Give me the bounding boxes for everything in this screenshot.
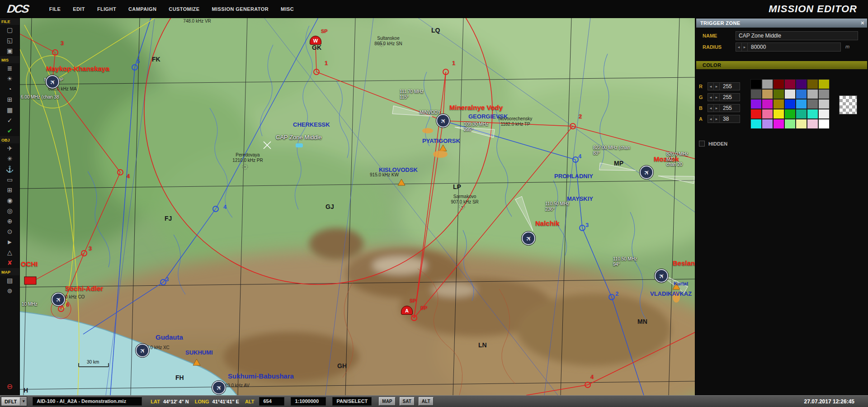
map-scale[interactable]: 1:1000000 [291,397,326,406]
validate-icon[interactable]: ✔ [0,126,19,136]
airport-icon-mozdok[interactable]: ✈ [640,166,653,179]
palette-swatch[interactable] [796,89,807,99]
palette-swatch[interactable] [807,89,818,99]
options-icon[interactable]: ⊞ [0,95,19,105]
palette-swatch[interactable] [818,119,830,129]
palette-swatch[interactable] [818,89,830,99]
stepper-decrement-icon[interactable]: ◂ [708,82,714,90]
palette-swatch[interactable] [762,109,773,119]
open-mission-icon[interactable]: ◱ [0,35,19,46]
save-mission-icon[interactable]: ▣ [0,46,19,56]
layer-button-alt[interactable]: ALT [419,397,434,406]
palette-swatch[interactable] [796,119,807,129]
airplane-group-icon[interactable]: ✈ [0,143,19,154]
close-icon[interactable]: × [861,19,864,28]
waypoint-marker[interactable] [58,306,64,312]
stepper-decrement-icon[interactable]: ◂ [736,43,742,51]
zone-name-input[interactable] [736,31,858,40]
farp-icon[interactable]: ⊙ [0,227,19,237]
palette-swatch[interactable] [818,109,830,119]
airport-icon-beslan[interactable]: ✈ [655,269,668,283]
waypoint-marker[interactable] [443,69,449,75]
erase-route-icon[interactable]: ⊖ [0,381,19,392]
menu-edit[interactable]: EDIT [73,6,85,12]
delete-icon[interactable]: ✘ [0,258,19,268]
airport-icon-nalchik[interactable]: ✈ [522,232,535,245]
stepper-increment-icon[interactable]: ▸ [714,93,720,101]
hidden-checkbox[interactable] [699,141,705,147]
waypoint-marker[interactable] [411,315,417,321]
palette-swatch[interactable] [773,89,784,99]
channel-stepper[interactable]: ◂▸255 [708,93,740,101]
palette-swatch[interactable] [773,119,784,129]
map-layer-icon[interactable]: ▤ [0,275,19,286]
palette-swatch[interactable] [762,99,773,109]
channel-stepper[interactable]: ◂▸255 [708,82,740,90]
palette-swatch[interactable] [807,119,818,129]
menu-customize[interactable]: CUSTOMIZE [169,6,199,12]
menu-misc[interactable]: MISC [281,6,294,12]
menu-campaign[interactable]: CAMPAIGN [128,6,156,12]
map-canvas[interactable]: Maykop-KhanskayaOCHISochi-AdlerMineralny… [20,18,695,395]
airport-icon-sochi-adler[interactable]: ✈ [52,293,65,306]
palette-swatch[interactable] [784,99,796,109]
time-icon[interactable]: ◔ [0,84,19,95]
stepper-decrement-icon[interactable]: ◂ [708,93,714,101]
waypoint-marker[interactable] [585,382,591,388]
stepper-increment-icon[interactable]: ▸ [714,82,720,90]
menu-file[interactable]: FILE [49,6,61,12]
mouse-mode[interactable]: PAN/SELECT [332,397,372,406]
vehicle-group-icon[interactable]: ▭ [0,175,19,185]
route-icon[interactable]: ► [0,237,19,247]
menu-mission-generator[interactable]: MISSION GENERATOR [212,6,269,12]
menu-flight[interactable]: FLIGHT [97,6,116,12]
palette-swatch[interactable] [762,79,773,89]
channel-stepper[interactable]: ◂▸255 [708,104,740,112]
palette-swatch[interactable] [796,99,807,109]
summary-icon[interactable]: ▦ [0,105,19,115]
airport-icon-maykop-khanskaya[interactable]: ✈ [46,75,59,89]
waypoint-marker[interactable] [81,250,87,256]
palette-swatch[interactable] [784,89,796,99]
stepper-decrement-icon[interactable]: ◂ [708,115,714,123]
zone-icon[interactable]: ◎ [0,206,19,216]
static-object-icon[interactable]: ⊞ [0,185,19,195]
selected-color-swatch[interactable] [839,95,857,114]
start-point-marker[interactable]: W [310,36,321,45]
layer-button-map[interactable]: MAP [379,397,395,406]
palette-swatch[interactable] [773,109,784,119]
waypoint-marker[interactable] [609,294,615,300]
template-icon[interactable]: ◉ [0,195,19,206]
weather-icon[interactable]: ☀ [0,74,19,84]
waypoint-marker[interactable] [579,225,585,231]
goals-icon[interactable]: ✓ [0,115,19,126]
radius-stepper[interactable]: ◂ ▸ 80000 [736,43,841,52]
waypoint-marker[interactable] [212,206,219,212]
palette-swatch[interactable] [750,119,762,129]
palette-swatch[interactable] [796,79,807,89]
stepper-decrement-icon[interactable]: ◂ [708,104,714,112]
stepper-increment-icon[interactable]: ▸ [714,115,720,123]
palette-swatch[interactable] [807,109,818,119]
palette-swatch[interactable] [762,119,773,129]
airport-icon-sukhumi-babushara[interactable]: ✈ [212,381,226,394]
stepper-increment-icon[interactable]: ▸ [714,104,720,112]
palette-swatch[interactable] [818,99,830,109]
palette-swatch[interactable] [750,99,762,109]
palette-swatch[interactable] [784,109,796,119]
palette-swatch[interactable] [807,99,818,109]
airport-icon-mineralnye-vody[interactable]: ✈ [436,114,450,128]
palette-swatch[interactable] [750,109,762,119]
palette-swatch[interactable] [784,119,796,129]
waypoint-marker[interactable] [570,123,576,129]
triangle-tool-icon[interactable]: △ [0,247,19,258]
new-mission-icon[interactable]: ▢ [0,25,19,35]
waypoint-marker[interactable] [132,64,138,71]
palette-swatch[interactable] [796,109,807,119]
helicopter-group-icon[interactable]: ✳ [0,154,19,164]
palette-swatch[interactable] [807,79,818,89]
airport-icon-gudauta[interactable]: ✈ [136,344,149,357]
palette-swatch[interactable] [784,79,796,89]
stepper-increment-icon[interactable]: ▸ [742,43,748,51]
palette-swatch[interactable] [773,79,784,89]
